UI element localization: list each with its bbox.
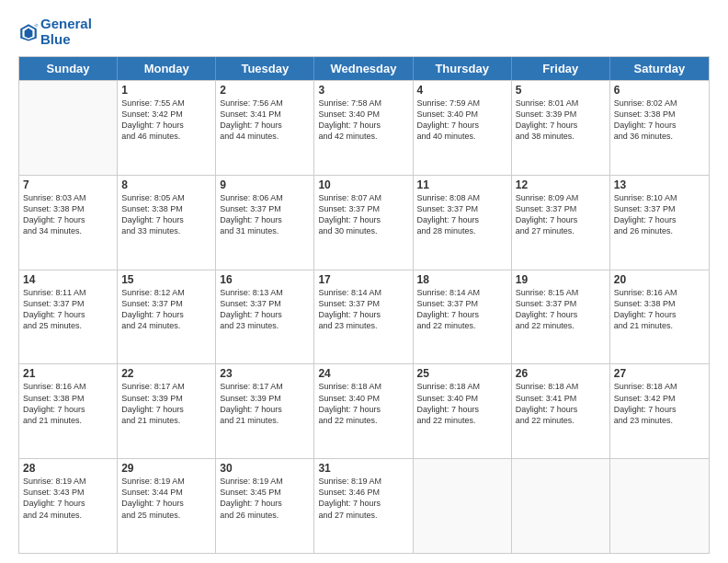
calendar-cell: 13Sunrise: 8:10 AM Sunset: 3:37 PM Dayli… [610,176,709,270]
logo-subtext: Blue [40,32,92,48]
day-number: 9 [220,178,310,191]
page: General Blue SundayMondayTuesdayWednesda… [0,0,728,563]
calendar-cell: 1Sunrise: 7:55 AM Sunset: 3:42 PM Daylig… [118,81,216,175]
calendar-cell: 15Sunrise: 8:12 AM Sunset: 3:37 PM Dayli… [118,270,216,364]
calendar-cell: 2Sunrise: 7:56 AM Sunset: 3:41 PM Daylig… [216,81,314,175]
calendar-cell: 10Sunrise: 8:07 AM Sunset: 3:37 PM Dayli… [314,176,413,270]
calendar-cell: 19Sunrise: 8:15 AM Sunset: 3:37 PM Dayli… [512,270,610,364]
calendar-cell: 26Sunrise: 8:18 AM Sunset: 3:41 PM Dayli… [512,364,610,458]
day-number: 26 [516,367,606,380]
day-number: 20 [614,273,705,286]
calendar: SundayMondayTuesdayWednesdayThursdayFrid… [18,56,710,554]
day-number: 15 [121,273,211,286]
cell-info: Sunrise: 8:19 AM Sunset: 3:45 PM Dayligh… [220,476,310,521]
day-number: 13 [614,178,705,191]
calendar-cell: 31Sunrise: 8:19 AM Sunset: 3:46 PM Dayli… [314,459,413,553]
cell-info: Sunrise: 8:19 AM Sunset: 3:43 PM Dayligh… [23,476,113,521]
cell-info: Sunrise: 8:14 AM Sunset: 3:37 PM Dayligh… [417,287,507,332]
calendar-cell: 9Sunrise: 8:06 AM Sunset: 3:37 PM Daylig… [216,176,314,270]
cell-info: Sunrise: 8:16 AM Sunset: 3:38 PM Dayligh… [614,287,705,332]
day-number: 31 [318,462,408,475]
calendar-row-0: 1Sunrise: 7:55 AM Sunset: 3:42 PM Daylig… [19,80,709,175]
cell-info: Sunrise: 8:17 AM Sunset: 3:39 PM Dayligh… [220,381,310,426]
day-number: 28 [23,462,113,475]
cell-info: Sunrise: 8:19 AM Sunset: 3:46 PM Dayligh… [318,476,408,521]
cell-info: Sunrise: 8:13 AM Sunset: 3:37 PM Dayligh… [220,287,310,332]
day-number: 14 [23,273,113,286]
calendar-cell: 27Sunrise: 8:18 AM Sunset: 3:42 PM Dayli… [610,364,709,458]
calendar-cell: 29Sunrise: 8:19 AM Sunset: 3:44 PM Dayli… [118,459,216,553]
weekday-header-monday: Monday [118,57,216,80]
cell-info: Sunrise: 7:55 AM Sunset: 3:42 PM Dayligh… [121,98,211,143]
calendar-cell: 23Sunrise: 8:17 AM Sunset: 3:39 PM Dayli… [216,364,314,458]
header: General Blue [18,17,710,47]
cell-info: Sunrise: 8:15 AM Sunset: 3:37 PM Dayligh… [516,287,606,332]
day-number: 22 [121,367,211,380]
day-number: 29 [121,462,211,475]
weekday-header-thursday: Thursday [414,57,512,80]
calendar-cell: 18Sunrise: 8:14 AM Sunset: 3:37 PM Dayli… [414,270,512,364]
cell-info: Sunrise: 8:10 AM Sunset: 3:37 PM Dayligh… [614,192,705,237]
calendar-cell: 4Sunrise: 7:59 AM Sunset: 3:40 PM Daylig… [414,81,512,175]
calendar-cell: 11Sunrise: 8:08 AM Sunset: 3:37 PM Dayli… [414,176,512,270]
day-number: 18 [417,273,507,286]
cell-info: Sunrise: 8:02 AM Sunset: 3:38 PM Dayligh… [614,98,705,143]
cell-info: Sunrise: 8:18 AM Sunset: 3:41 PM Dayligh… [516,381,606,426]
cell-info: Sunrise: 8:01 AM Sunset: 3:39 PM Dayligh… [516,98,606,143]
cell-info: Sunrise: 8:03 AM Sunset: 3:38 PM Dayligh… [23,192,113,237]
day-number: 1 [121,84,211,97]
calendar-cell: 3Sunrise: 7:58 AM Sunset: 3:40 PM Daylig… [314,81,413,175]
calendar-cell [610,459,709,553]
day-number: 7 [23,178,113,191]
cell-info: Sunrise: 8:18 AM Sunset: 3:40 PM Dayligh… [417,381,507,426]
day-number: 25 [417,367,507,380]
day-number: 10 [318,178,408,191]
weekday-header-friday: Friday [512,57,610,80]
day-number: 17 [318,273,408,286]
day-number: 23 [220,367,310,380]
cell-info: Sunrise: 8:11 AM Sunset: 3:37 PM Dayligh… [23,287,113,332]
cell-info: Sunrise: 8:17 AM Sunset: 3:39 PM Dayligh… [121,381,211,426]
day-number: 4 [417,84,507,97]
calendar-row-4: 28Sunrise: 8:19 AM Sunset: 3:43 PM Dayli… [19,458,709,553]
calendar-cell: 22Sunrise: 8:17 AM Sunset: 3:39 PM Dayli… [118,364,216,458]
cell-info: Sunrise: 8:09 AM Sunset: 3:37 PM Dayligh… [516,192,606,237]
cell-info: Sunrise: 8:12 AM Sunset: 3:37 PM Dayligh… [121,287,211,332]
cell-info: Sunrise: 7:58 AM Sunset: 3:40 PM Dayligh… [318,98,408,143]
weekday-header-sunday: Sunday [19,57,118,80]
calendar-row-1: 7Sunrise: 8:03 AM Sunset: 3:38 PM Daylig… [19,175,709,270]
day-number: 11 [417,178,507,191]
calendar-cell [512,459,610,553]
calendar-cell: 5Sunrise: 8:01 AM Sunset: 3:39 PM Daylig… [512,81,610,175]
cell-info: Sunrise: 8:07 AM Sunset: 3:37 PM Dayligh… [318,192,408,237]
calendar-cell: 14Sunrise: 8:11 AM Sunset: 3:37 PM Dayli… [19,270,118,364]
calendar-cell: 12Sunrise: 8:09 AM Sunset: 3:37 PM Dayli… [512,176,610,270]
cell-info: Sunrise: 8:05 AM Sunset: 3:38 PM Dayligh… [121,192,211,237]
calendar-body: 1Sunrise: 7:55 AM Sunset: 3:42 PM Daylig… [19,80,709,553]
calendar-row-2: 14Sunrise: 8:11 AM Sunset: 3:37 PM Dayli… [19,270,709,364]
cell-info: Sunrise: 8:08 AM Sunset: 3:37 PM Dayligh… [417,192,507,237]
cell-info: Sunrise: 8:06 AM Sunset: 3:37 PM Dayligh… [220,192,310,237]
calendar-cell: 25Sunrise: 8:18 AM Sunset: 3:40 PM Dayli… [414,364,512,458]
cell-info: Sunrise: 7:56 AM Sunset: 3:41 PM Dayligh… [220,98,310,143]
calendar-cell [414,459,512,553]
day-number: 5 [516,84,606,97]
weekday-header-saturday: Saturday [610,57,709,80]
calendar-cell [19,81,118,175]
day-number: 19 [516,273,606,286]
calendar-cell: 30Sunrise: 8:19 AM Sunset: 3:45 PM Dayli… [216,459,314,553]
logo-text: General [40,17,92,32]
day-number: 2 [220,84,310,97]
calendar-cell: 6Sunrise: 8:02 AM Sunset: 3:38 PM Daylig… [610,81,709,175]
calendar-header: SundayMondayTuesdayWednesdayThursdayFrid… [19,57,709,80]
day-number: 6 [614,84,705,97]
calendar-cell: 16Sunrise: 8:13 AM Sunset: 3:37 PM Dayli… [216,270,314,364]
calendar-cell: 20Sunrise: 8:16 AM Sunset: 3:38 PM Dayli… [610,270,709,364]
day-number: 21 [23,367,113,380]
day-number: 27 [614,367,705,380]
cell-info: Sunrise: 8:14 AM Sunset: 3:37 PM Dayligh… [318,287,408,332]
cell-info: Sunrise: 7:59 AM Sunset: 3:40 PM Dayligh… [417,98,507,143]
calendar-cell: 7Sunrise: 8:03 AM Sunset: 3:38 PM Daylig… [19,176,118,270]
calendar-cell: 8Sunrise: 8:05 AM Sunset: 3:38 PM Daylig… [118,176,216,270]
calendar-cell: 24Sunrise: 8:18 AM Sunset: 3:40 PM Dayli… [314,364,413,458]
